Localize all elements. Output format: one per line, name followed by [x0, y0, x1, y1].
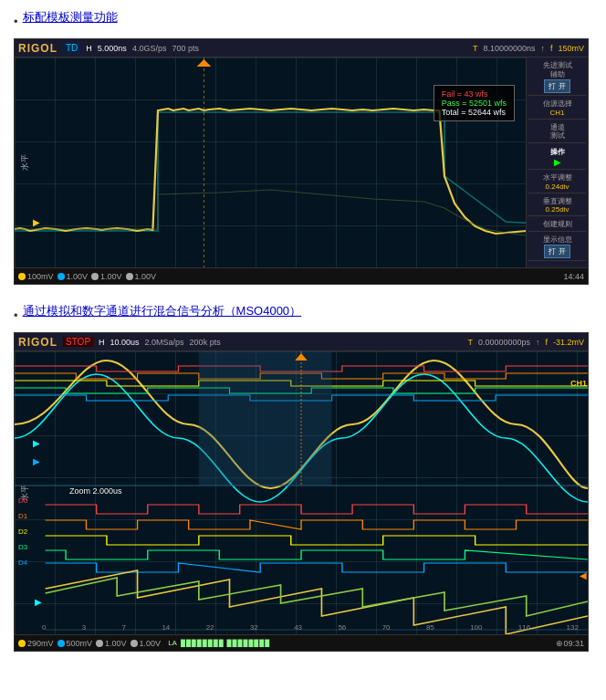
fail-label: Fail = [442, 89, 462, 99]
ch4-label: 1.00V [135, 272, 157, 281]
scope1-rightpanel: 先进测试 辅助 打 开 信源选择 CH1 通道 测试 操作 ▶ 水平调整 0.2… [526, 57, 588, 267]
scope1-trig-time: 8.10000000ns [483, 44, 535, 53]
scope2-bottombar: 290mV 500mV 1.00V 1.00V LA ████████ ████… [15, 634, 588, 651]
mso-ch2-dot [57, 640, 65, 647]
tl-14: 14 [162, 623, 170, 632]
section1-link[interactable]: 标配模板测量功能 [23, 9, 118, 26]
tl-85: 85 [426, 623, 434, 632]
rp-advanced-label: 先进测试 [543, 61, 572, 70]
rp-pass-label: 通道 [550, 123, 565, 132]
svg-marker-1 [197, 59, 212, 67]
scope1-sample: 4.0GS/ps [132, 44, 167, 53]
ch4-dot [126, 273, 133, 280]
la-label: LA [168, 639, 177, 647]
d0-label: D0 [18, 493, 27, 508]
orange-cursor: ◀ [580, 570, 587, 580]
mso-ch3-badge: 1.00V [96, 639, 127, 648]
mso-ch3-label: 1.00V [105, 639, 127, 648]
d4-label: D4 [18, 555, 27, 570]
la-bits: ████████ ████████ [181, 640, 270, 646]
rp-create-label: 创建规则 [543, 220, 572, 229]
mso-ch1-badge: 290mV [18, 639, 54, 648]
mso-ch1-label: 290mV [27, 639, 54, 648]
ch1-dot [18, 273, 26, 280]
bullet-2: • [14, 308, 18, 322]
mso-ch3-dot [96, 640, 103, 647]
tl-0: 0 [42, 623, 46, 632]
scope1-container: RIGOL TD H 5.000ns 4.0GS/ps 700 pts T 8.… [14, 38, 589, 285]
ch4-badge: 1.00V [126, 272, 157, 281]
pass-val: 52501 wfs [469, 99, 507, 108]
rp-play-btn[interactable]: ▶ [554, 157, 561, 167]
tl-100: 100 [470, 623, 482, 632]
pass-label: Pass = [442, 99, 467, 108]
scope2-waveforms [15, 351, 588, 634]
scope2-pts: 200k pts [190, 338, 221, 347]
scope1-time-val: 5.000ns [98, 44, 127, 53]
mso-ch1-dot [18, 640, 26, 647]
scope1-volt: 150mV [558, 44, 584, 53]
rp-ch-value: CH1 [549, 109, 564, 117]
mso-ch4-dot [131, 640, 138, 647]
tl-43: 43 [294, 623, 302, 632]
tl-56: 56 [338, 623, 346, 632]
rp-showinfo-label: 显示信息 [543, 235, 572, 245]
rp-advanced: 先进测试 辅助 打 开 [528, 59, 586, 96]
rp-vadj-val: 0.25div [546, 205, 569, 214]
tl-70: 70 [382, 623, 391, 632]
scope2-trig-icon: T [467, 338, 473, 347]
scope2-status: STOP [63, 337, 93, 347]
ch1-badge: 100mV [18, 272, 54, 281]
scope2-sample: 2.0MSa/ps [145, 338, 184, 347]
scope2-trig2: f [545, 338, 548, 347]
scope1-status: TD [63, 43, 80, 53]
ch2-badge: 1.00V [57, 272, 89, 281]
rp-operate-title: 操作 [550, 147, 565, 157]
svg-rect-3 [199, 351, 332, 486]
scope2-trig-arrow: ↑ [536, 338, 540, 347]
ch3-dot [91, 273, 99, 280]
d2-label: D2 [18, 524, 27, 539]
total-label: Total = [442, 108, 466, 117]
rp-open-btn2[interactable]: 打 开 [544, 245, 569, 258]
scope1-screen: 水平 ▶ Fail = 43 wfs Pass = 52501 wfs Tota… [15, 57, 588, 267]
tl-116: 116 [518, 623, 530, 632]
rp-open-btn1[interactable]: 打 开 [544, 79, 569, 93]
rigol-logo-2: RIGOL [18, 336, 57, 349]
section2-link[interactable]: 通过模拟和数字通道进行混合信号分析（MSO4000） [23, 303, 302, 319]
scope2-volt: -31.2mV [553, 338, 584, 347]
mso-ch2-badge: 500mV [57, 639, 93, 648]
rp-ch-select-label: 信源选择 [543, 99, 572, 109]
scope1-trig-arrow: ↑ [540, 44, 545, 53]
mso-ch4-label: 1.00V [140, 639, 162, 648]
rp-channel: 信源选择 CH1 [528, 98, 586, 120]
scope2-screen: 水平 ▶ ▶ CH1 Zoom 2.000us [15, 351, 588, 634]
rp-hadj: 水平调整 0.24div [528, 172, 586, 193]
rp-test-label: 测试 [550, 131, 565, 141]
tl-32: 32 [250, 623, 258, 632]
d3-label: D3 [18, 539, 27, 555]
scope2-time-val: 10.00us [110, 338, 140, 347]
rp-operate: 操作 ▶ [528, 145, 586, 170]
cyan-cursor: ▶ [35, 597, 42, 607]
scope1-pts: 700 pts [172, 44, 199, 53]
tl-22: 22 [206, 623, 214, 632]
scope1-trig-icon: T [473, 44, 478, 53]
ch2-label: 1.00V [67, 272, 89, 281]
mso-ch2-label: 500mV [67, 639, 93, 648]
rp-assist-label: 辅助 [550, 70, 565, 79]
d1-label: D1 [18, 508, 27, 524]
timeline-labels: 0 3 7 14 22 32 43 56 70 85 100 116 132 [42, 623, 579, 632]
rp-vadj-label: 垂直调整 [543, 197, 572, 206]
scope1-trig2: f [550, 44, 553, 53]
tl-132: 132 [567, 623, 579, 632]
tl-7: 7 [122, 623, 126, 632]
ch3-badge: 1.00V [91, 272, 122, 281]
scope1-time-div: H [86, 44, 92, 53]
fail-val: 43 wfs [464, 89, 487, 99]
bullet-1: • [14, 15, 18, 28]
scope1-time: 14:44 [563, 272, 584, 281]
scope1-topbar: RIGOL TD H 5.000ns 4.0GS/ps 700 pts T 8.… [15, 39, 588, 57]
scope1-passfail: Fail = 43 wfs Pass = 52501 wfs Total = 5… [434, 85, 515, 121]
scope2-trig-time: 0.00000000ps [478, 338, 530, 347]
